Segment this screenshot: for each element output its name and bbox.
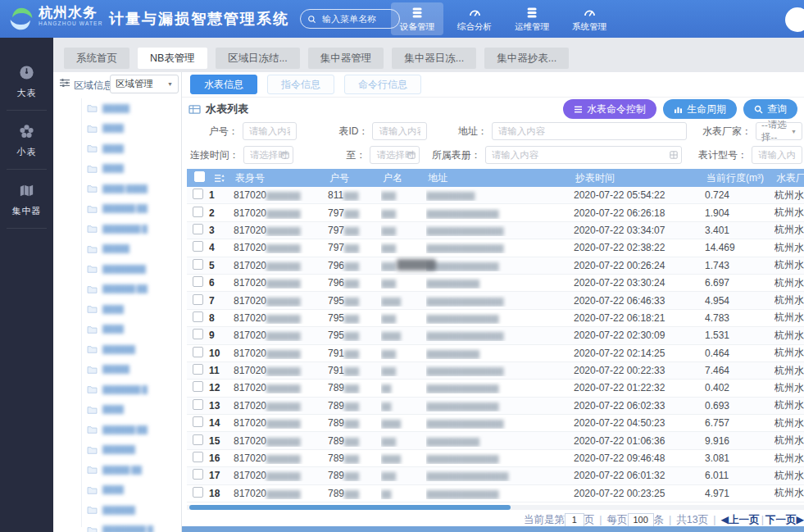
rail-item-large-meter[interactable]: 大表 xyxy=(7,38,47,111)
tree-item[interactable]: ████ xyxy=(53,480,181,501)
table-row[interactable]: 14 817020███████ 789███ ████ ███████████… xyxy=(187,415,804,432)
row-checkbox[interactable] xyxy=(193,276,203,287)
table-row[interactable]: 11 817020███████ 791███ ███ ████████████… xyxy=(187,362,804,380)
tab[interactable]: 集中器日冻... xyxy=(392,48,476,69)
tree-item[interactable]: █████ xyxy=(53,239,181,260)
filter-sliders-icon[interactable] xyxy=(59,78,70,88)
tree-item[interactable]: ██████ ██ xyxy=(53,199,181,220)
rail-item-concentrator[interactable]: 集中器 xyxy=(7,170,47,229)
table-row[interactable]: 18 817020███████ 789███ ██ █████████████… xyxy=(187,485,804,502)
row-checkbox[interactable] xyxy=(193,224,203,234)
row-checkbox[interactable] xyxy=(193,259,203,270)
tree-item[interactable]: ██████ ██ xyxy=(53,420,181,440)
tree-item[interactable]: █████ ██ xyxy=(53,460,181,480)
tab[interactable]: 集中器管理 xyxy=(308,48,384,69)
row-checkbox[interactable] xyxy=(193,487,203,498)
tree-item[interactable]: ████ xyxy=(53,299,181,320)
tree-item[interactable]: █████ xyxy=(53,98,181,119)
row-checkbox[interactable] xyxy=(193,311,203,322)
tree-item[interactable]: ██████ xyxy=(53,339,181,360)
tree-item[interactable]: ██████ ██ xyxy=(53,280,181,300)
row-checkbox[interactable] xyxy=(193,329,203,339)
meter-model-input[interactable] xyxy=(752,146,802,164)
row-checkbox[interactable] xyxy=(193,347,203,357)
tree-item[interactable]: ████████ xyxy=(53,259,181,280)
table-row[interactable]: 13 817020███████ 789███ ██ █████████████… xyxy=(187,398,804,415)
subtab[interactable]: 命令行信息 xyxy=(344,75,421,94)
select-all-checkbox[interactable] xyxy=(194,171,205,182)
meter-command-control-button[interactable]: 水表命令控制 xyxy=(563,99,656,119)
tab[interactable]: 区域日冻结... xyxy=(216,48,300,69)
table-row[interactable]: 1 817020███████ 811███ ███ ██████████ 20… xyxy=(187,187,804,204)
table-row[interactable]: 4 817020███████ 797███ ███ █████████████… xyxy=(187,239,804,257)
rail-item-small-meter[interactable]: 小表 xyxy=(7,111,47,170)
tree-item[interactable]: ████ xyxy=(53,400,181,421)
table-row[interactable]: 7 817020███████ 795███ ████ ████████████… xyxy=(187,292,804,309)
user-avatar[interactable] xyxy=(785,7,804,32)
row-checkbox[interactable] xyxy=(193,399,203,410)
nav-item-system-mgmt[interactable]: 系统管理 xyxy=(563,2,615,35)
tree-item[interactable]: ████ ████ xyxy=(53,179,181,199)
picker-grid-icon[interactable] xyxy=(670,151,678,159)
next-page-button[interactable]: 下一页▶ xyxy=(765,513,804,527)
subtab[interactable]: 指令信息 xyxy=(267,75,334,94)
row-checkbox[interactable] xyxy=(193,189,203,199)
meter-book-input[interactable] xyxy=(485,146,682,164)
row-checkbox[interactable] xyxy=(193,469,203,480)
page-size-input[interactable] xyxy=(628,513,654,527)
nav-item-analysis[interactable]: 综合分析 xyxy=(448,2,501,35)
tree-item[interactable]: ███████ █ xyxy=(53,380,181,400)
current-page-input[interactable] xyxy=(565,513,584,527)
table-row[interactable]: 3 817020███████ 797███ ███ █████████████… xyxy=(187,222,804,239)
meter-vendor-select[interactable]: --请选择-- ▼ xyxy=(756,122,802,140)
table-row[interactable]: 5 817020███████ 796███ ███ █████████████… xyxy=(187,257,804,275)
region-manager-select[interactable]: 区域管理 ▼ xyxy=(110,75,179,93)
gauge-icon xyxy=(583,6,597,20)
tree-item[interactable]: ████ xyxy=(53,159,181,180)
table-row[interactable]: 15 817020███████ 789███ ███ ███████████ … xyxy=(187,432,804,449)
menu-search-input[interactable] xyxy=(320,13,393,25)
tab[interactable]: NB表管理 xyxy=(138,48,207,69)
calendar-icon[interactable] xyxy=(407,151,416,159)
tree-item[interactable]: ████████ █ xyxy=(53,521,181,532)
table-row[interactable]: 2 817020███████ 797███ ███ █████████████… xyxy=(187,204,804,221)
tree-item[interactable]: ████ xyxy=(53,139,181,159)
tree-item[interactable]: ██████ xyxy=(53,500,181,521)
row-checkbox[interactable] xyxy=(193,434,203,445)
meter-id-input[interactable] xyxy=(372,122,427,140)
calendar-icon[interactable] xyxy=(281,151,289,159)
address-input[interactable] xyxy=(492,122,688,140)
tab[interactable]: 集中器抄表... xyxy=(484,48,569,69)
tree-item[interactable]: ████ xyxy=(53,320,181,340)
menu-search[interactable] xyxy=(300,9,400,29)
account-no-input[interactable] xyxy=(243,122,297,140)
table-row[interactable]: 8 817020███████ 795███ ███ █████████████… xyxy=(187,310,804,327)
sort-icon[interactable] xyxy=(209,174,234,183)
table-row[interactable]: 16 817020███████ 789███ ████ ███████████… xyxy=(187,450,804,467)
row-checkbox[interactable] xyxy=(193,452,203,462)
table-row[interactable]: 17 817020███████ 789███ ███ ████████████… xyxy=(187,467,804,484)
table-row[interactable]: 10 817020███████ 791███ ███ ███████████ … xyxy=(187,345,804,362)
row-checkbox[interactable] xyxy=(193,416,203,427)
row-checkbox[interactable] xyxy=(193,207,203,217)
table-row[interactable]: 12 817020███████ 789███ ██ █████████████… xyxy=(187,380,804,397)
query-button[interactable]: 查询 xyxy=(743,99,797,119)
row-checkbox[interactable] xyxy=(193,294,203,305)
horizontal-scrollbar-thumb[interactable] xyxy=(189,505,511,510)
subtab[interactable]: 水表信息 xyxy=(190,75,257,94)
nav-item-ops-mgmt[interactable]: 运维管理 xyxy=(506,2,558,35)
table-row[interactable]: 6 817020███████ 796███ ███ ███████████ 2… xyxy=(187,275,804,292)
tab[interactable]: 系统首页 xyxy=(64,48,129,69)
table-row[interactable]: 9 817020███████ 795███ ████ ████████████… xyxy=(187,327,804,344)
tree-item[interactable]: ██████ xyxy=(53,440,181,461)
row-checkbox[interactable] xyxy=(193,364,203,375)
bottom-scrollbar-track[interactable] xyxy=(182,526,804,532)
tree-item[interactable]: ████ xyxy=(53,119,181,139)
row-checkbox[interactable] xyxy=(193,381,203,392)
lifecycle-button[interactable]: 生命周期 xyxy=(663,99,737,119)
nav-item-device-mgmt[interactable]: 设备管理 xyxy=(391,2,443,35)
tree-item[interactable]: ███████ █ xyxy=(53,219,181,239)
tree-item[interactable]: █████ xyxy=(53,360,181,380)
row-checkbox[interactable] xyxy=(193,241,203,252)
prev-page-button[interactable]: ◀上一页 xyxy=(721,513,760,527)
